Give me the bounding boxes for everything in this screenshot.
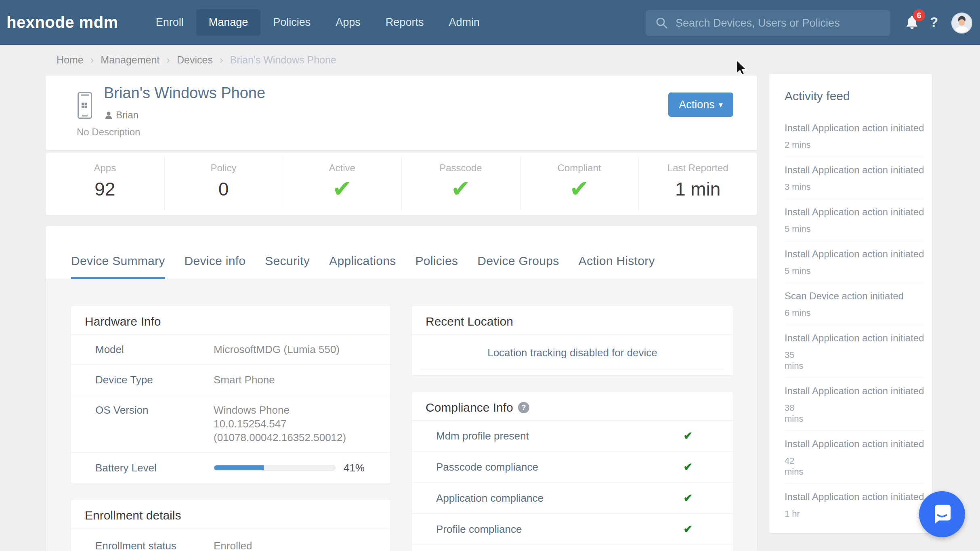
mouse-cursor [736,60,750,77]
global-search[interactable] [646,10,890,36]
activity-time: 5 mins [785,265,924,276]
activity-item: Install Application action initiated 35 … [785,325,924,378]
row-value: Smart Phone [214,373,275,387]
activity-item: Install Application action initiated 5 m… [785,241,924,283]
main-nav: Enroll Manage Policies Apps Reports Admi… [143,9,492,36]
battery-progress-bar [214,465,336,471]
compliance-row-passcode: Passcode compliance ✔ [412,452,733,483]
activity-item: Install Application action initiated 5 m… [785,199,924,241]
stat-apps: Apps 92 [46,153,164,215]
row-label: Passcode compliance [436,461,538,473]
breadcrumb-management[interactable]: Management [101,54,159,66]
nav-policies[interactable]: Policies [260,9,323,36]
caret-down-icon: ▾ [719,100,723,109]
activity-time: 38 mins [785,402,924,424]
activity-text: Install Application action initiated [785,122,924,133]
tab-policies[interactable]: Policies [415,254,458,279]
nav-reports[interactable]: Reports [373,9,436,36]
device-stats-card: Apps 92 Policy 0 Active ✔ Passcode ✔ Com… [46,153,757,215]
row-label: Device Type [95,373,214,387]
breadcrumb-devices[interactable]: Devices [177,54,213,66]
activity-time: 6 mins [785,307,924,318]
stat-label: Last Reported [638,162,757,174]
check-icon: ✔ [683,492,693,505]
nav-manage[interactable]: Manage [196,9,261,36]
chat-launcher-button[interactable] [919,491,965,537]
compliance-help-icon[interactable]: ? [518,402,529,413]
battery-percent: 41% [344,462,365,474]
device-header-card: Brian's Windows Phone Brian No Descripti… [46,76,757,150]
nav-enroll[interactable]: Enroll [143,9,196,36]
breadcrumb: Home › Management › Devices › Brian's Wi… [57,54,336,66]
stat-label: Apps [46,162,164,174]
stat-passcode: Passcode ✔ [401,153,520,215]
row-label: Enrollment status [95,539,214,551]
top-navbar: hexnode mdm Enroll Manage Policies Apps … [0,0,980,45]
nav-apps[interactable]: Apps [323,9,373,36]
hardware-row-device-type: Device Type Smart Phone [71,365,390,395]
search-input[interactable] [676,17,886,29]
activity-item: Install Application action initiated 38 … [785,378,924,431]
hardware-row-model: Model MicrosoftMDG (Lumia 550) [71,334,390,365]
row-label: OS Version [95,403,214,444]
device-owner: Brian [105,109,139,121]
search-icon [655,17,668,29]
stat-last-reported: Last Reported 1 min [638,153,757,215]
stat-value: 1 min [638,178,757,200]
activity-time: 2 mins [785,139,924,150]
notification-count-badge[interactable]: 6 [913,9,925,21]
actions-button[interactable]: Actions ▾ [668,93,733,117]
user-icon [105,111,113,119]
row-label: Battery Level [95,461,214,475]
check-icon: ✔ [683,461,693,473]
tab-applications[interactable]: Applications [329,254,396,279]
compliance-info-card: Compliance Info ? Mdm profile present ✔ … [412,392,733,551]
tab-action-history[interactable]: Action History [579,254,655,279]
stat-active: Active ✔ [283,153,401,215]
tab-device-summary[interactable]: Device Summary [71,254,165,279]
row-label: Application compliance [436,492,544,505]
hexnode-mdm-app: hexnode mdm Enroll Manage Policies Apps … [0,0,980,551]
stat-value: 92 [46,178,164,200]
help-icon[interactable]: ? [930,15,938,30]
activity-time: 42 mins [785,455,924,477]
recent-location-card: Recent Location Location tracking disabl… [412,306,733,375]
row-value: MicrosoftMDG (Lumia 550) [214,343,340,356]
stat-label: Policy [164,162,283,174]
row-label: Mdm profile present [436,429,529,442]
tab-security[interactable]: Security [265,254,310,279]
activity-feed-title: Activity feed [769,74,932,115]
avatar-person-icon [952,13,972,33]
activity-text: Install Application action initiated [785,438,924,449]
chevron-right-icon: › [220,54,223,66]
actions-button-label: Actions [679,99,715,111]
activity-item: Install Application action initiated 2 m… [785,115,924,157]
enrollment-title: Enrollment details [71,500,390,528]
enrollment-details-card: Enrollment details Enrollment status Enr… [71,500,390,551]
row-label: Model [95,343,214,356]
hexnode-logo[interactable]: hexnode mdm [6,13,118,32]
compliance-title: Compliance Info ? [412,392,733,421]
row-value: Windows Phone 10.0.15254.547 (01078.0004… [214,403,346,444]
nav-admin[interactable]: Admin [436,9,492,36]
breadcrumb-home[interactable]: Home [57,54,84,66]
compliance-title-text: Compliance Info [426,401,513,414]
device-owner-name[interactable]: Brian [116,109,139,121]
hardware-row-os-version: OS Version Windows Phone 10.0.15254.547 … [71,395,390,453]
activity-text: Install Application action initiated [785,332,924,343]
activity-text: Install Application action initiated [785,385,924,396]
tab-device-groups[interactable]: Device Groups [477,254,559,279]
device-description: No Description [77,126,140,138]
activity-text: Install Application action initiated [785,164,924,175]
user-avatar[interactable] [951,13,972,34]
enrollment-row-status: Enrollment status Enrolled [71,528,390,551]
activity-text: Install Application action initiated [785,206,924,217]
battery-progress-fill [214,465,264,470]
chat-bubble-icon [930,503,954,526]
tab-device-info[interactable]: Device info [185,254,246,279]
device-title: Brian's Windows Phone [104,84,265,102]
activity-item: Scan Device action initiated 6 mins [785,283,924,325]
check-icon: ✔ [683,523,693,536]
chevron-right-icon: › [90,54,94,66]
activity-time: 3 mins [785,181,924,192]
